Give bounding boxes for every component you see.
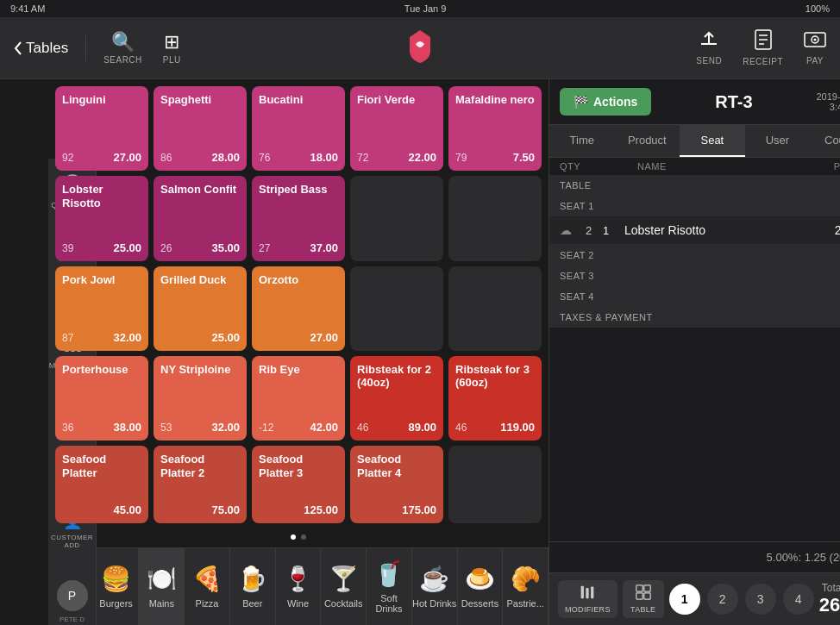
receipt-button[interactable]: RECEIPT <box>743 29 783 66</box>
menu-item-qty: 92 <box>62 152 73 164</box>
seat-button-2[interactable]: 2 <box>707 584 738 615</box>
menu-item-name: Salmon Confit <box>160 183 240 197</box>
category-label-pizza: Pizza <box>196 598 219 609</box>
menu-item[interactable]: Seafood Platter 45.00 <box>55 446 148 523</box>
seat-buttons: 1234 <box>669 584 814 615</box>
menu-item-price: 25.00 <box>113 241 141 254</box>
tab-user[interactable]: User <box>745 125 811 157</box>
menu-item-price: 28.00 <box>211 151 240 164</box>
receipt-section-seat-1: SEAT 1 <box>549 196 840 216</box>
menu-item[interactable]: Salmon Confit 26 35.00 <box>154 176 247 260</box>
modifiers-bottom-button[interactable]: MODIFIERS <box>558 580 617 618</box>
search-button[interactable]: 🔍 SEARCH <box>103 31 142 65</box>
receipt-section-seat-4: SEAT 4 <box>549 286 840 307</box>
menu-item-price: 38.00 <box>113 421 141 434</box>
timestamp: 2019-01-28 3:44 PM <box>816 91 840 112</box>
plu-button[interactable]: ⊞ PLU <box>163 31 181 65</box>
back-button[interactable]: Tables <box>14 40 68 57</box>
menu-item[interactable]: NY Striploine 53 32.00 <box>154 356 247 441</box>
receipt-bottom: MODIFIERS TABLE 1234 Total due: 26.25 <box>549 572 840 625</box>
category-label-cocktails: Cocktails <box>324 598 363 609</box>
menu-item[interactable]: Seafood Platter 3 125.00 <box>252 446 345 523</box>
menu-item-name: Linguini <box>62 93 141 107</box>
category-item-cocktails[interactable]: 🍸 Cocktails <box>321 548 367 626</box>
menu-item-name: Ribsteak for 2 (40oz) <box>357 363 436 390</box>
menu-item[interactable]: Orzotto 27.00 <box>252 266 345 351</box>
plu-icon: ⊞ <box>164 31 179 53</box>
menu-item-name: Ribsteak for 3 (60oz) <box>455 363 535 390</box>
seat-button-3[interactable]: 3 <box>745 584 776 615</box>
tab-seat[interactable]: Seat <box>680 125 745 157</box>
menu-item[interactable]: Seafood Platter 2 75.00 <box>154 446 247 523</box>
menu-item <box>448 176 542 260</box>
category-icon-burgers: 🍔 <box>101 565 131 593</box>
category-item-beer[interactable]: 🍺 Beer <box>230 548 276 626</box>
menu-item[interactable]: Striped Bass 27 37.00 <box>252 176 345 260</box>
pay-button[interactable]: PAY <box>804 30 826 66</box>
category-label-beer: Beer <box>242 598 262 609</box>
menu-item-name: Spaghetti <box>160 93 240 107</box>
menu-item-price: 7.50 <box>513 151 535 164</box>
category-item-hot-drinks[interactable]: ☕ Hot Drinks <box>412 548 458 626</box>
svg-point-7 <box>814 39 817 41</box>
menu-item-qty: 87 <box>62 332 73 344</box>
category-item-mains[interactable]: 🍽️ Mains <box>139 548 185 626</box>
user-avatar[interactable]: P <box>57 580 88 611</box>
menu-item-qty: 27 <box>259 242 270 254</box>
menu-item[interactable]: Rib Eye -12 42.00 <box>252 356 345 441</box>
menu-item-name: Seafood Platter <box>62 453 141 479</box>
tab-product[interactable]: Product <box>615 125 680 157</box>
menu-item-name: Striped Bass <box>259 183 338 197</box>
category-item-burgers[interactable]: 🍔 Burgers <box>94 548 140 626</box>
menu-item[interactable]: Grilled Duck 25.00 <box>154 266 247 351</box>
right-panel: 🏁 Actions RT-3 2019-01-28 3:44 PM TimePr… <box>549 79 840 625</box>
menu-item[interactable]: Spaghetti 86 28.00 <box>154 86 247 171</box>
menu-item[interactable]: Bucatini 76 18.00 <box>252 86 345 171</box>
menu-item[interactable]: Linguini 92 27.00 <box>55 86 148 171</box>
category-item-desserts[interactable]: 🍮 Desserts <box>458 548 504 626</box>
menu-item[interactable]: Porterhouse 36 38.00 <box>55 356 148 441</box>
receipt-item-row[interactable]: ☁ 2 1 Lobster Risotto 25.00 <box>549 216 840 245</box>
menu-item[interactable]: Mafaldine nero 79 7.50 <box>448 86 542 171</box>
menu-item[interactable]: Pork Jowl 87 32.00 <box>55 266 148 351</box>
menu-item <box>448 446 542 523</box>
total-area: Total due: 26.25 <box>819 582 840 616</box>
tab-time[interactable]: Time <box>549 125 615 157</box>
tax-line: 5.00%: 1.25 (26.25) <box>560 551 840 564</box>
menu-item-name: Seafood Platter 3 <box>259 453 338 479</box>
svg-rect-24 <box>636 593 643 599</box>
table-bottom-button[interactable]: TABLE <box>623 580 664 618</box>
menu-grid: Linguini 92 27.00 Spaghetti 86 28.00 Buc… <box>48 79 549 530</box>
category-icon-hot-drinks: ☕ <box>419 565 449 593</box>
category-item-soft-drinks[interactable]: 🥤 Soft Drinks <box>367 548 412 626</box>
category-item-pastries[interactable]: 🥐 Pastrie... <box>503 548 549 626</box>
menu-item <box>350 266 443 351</box>
menu-item-name: Orzotto <box>259 273 338 287</box>
menu-item[interactable]: Ribsteak for 2 (40oz) 46 89.00 <box>350 356 443 441</box>
actions-button[interactable]: 🏁 Actions <box>560 88 651 116</box>
menu-item[interactable]: Ribsteak for 3 (60oz) 46 119.00 <box>448 356 542 441</box>
category-item-wine[interactable]: 🍷 Wine <box>276 548 322 626</box>
seat-button-1[interactable]: 1 <box>669 584 700 615</box>
menu-item[interactable]: Lobster Risotto 39 25.00 <box>55 176 148 260</box>
seat-button-4[interactable]: 4 <box>783 584 814 615</box>
menu-item[interactable]: Fiori Verde 72 22.00 <box>350 86 443 171</box>
item-price: 25.00 <box>813 223 840 237</box>
menu-item-qty: 39 <box>62 242 73 254</box>
item-qty: 1 <box>603 224 624 237</box>
menu-item[interactable]: Seafood Platter 4 175.00 <box>350 446 443 523</box>
page-dot-1[interactable] <box>291 534 296 540</box>
category-label-pastries: Pastrie... <box>506 598 543 609</box>
page-dot-2[interactable] <box>301 534 306 540</box>
category-item-pizza[interactable]: 🍕 Pizza <box>185 548 230 626</box>
send-button[interactable]: SEND <box>696 31 722 66</box>
tab-course[interactable]: Course <box>810 125 840 157</box>
svg-rect-25 <box>644 593 650 599</box>
item-course: 2 <box>586 224 603 237</box>
menu-item-price: 25.00 <box>211 331 240 344</box>
svg-rect-19 <box>581 586 584 599</box>
table-bottom-icon <box>636 584 651 603</box>
menu-item-qty: 26 <box>160 242 172 254</box>
right-header: 🏁 Actions RT-3 2019-01-28 3:44 PM <box>549 79 840 125</box>
menu-item-qty: -12 <box>259 422 273 434</box>
